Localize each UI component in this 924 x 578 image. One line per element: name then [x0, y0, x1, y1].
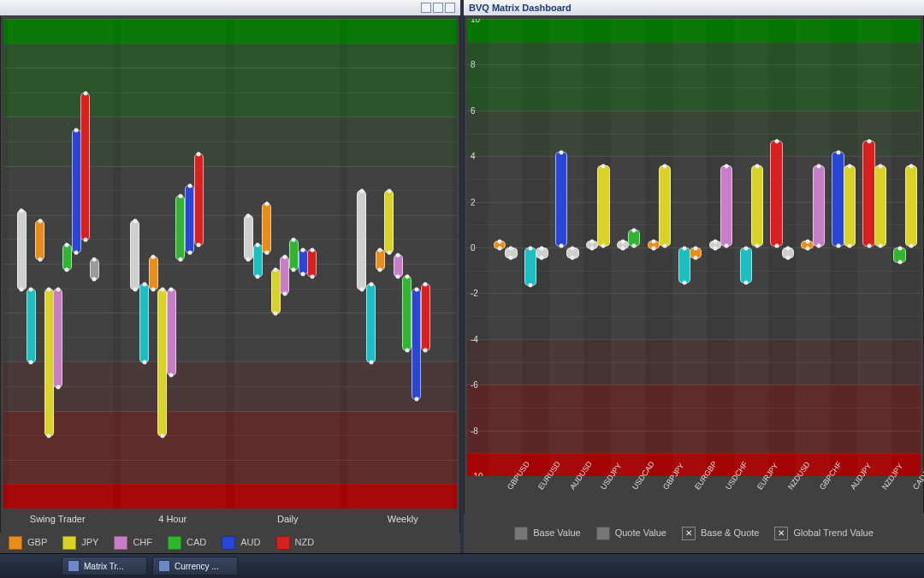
- bar: [366, 283, 376, 364]
- right-legend: Base ValueQuote Value✕Base & Quote✕Globa…: [464, 514, 924, 553]
- taskbar-button[interactable]: Currency ...: [152, 557, 238, 575]
- bar: [628, 229, 641, 247]
- window-buttons: [421, 3, 455, 13]
- bar: [299, 249, 308, 276]
- right-x-axis: GBPUSDEURUSDAUDUSDUSDJPYUSDCADGBPJPYEURG…: [464, 480, 924, 514]
- legend-item[interactable]: GBP: [9, 536, 47, 550]
- bar: [832, 152, 844, 247]
- left-legend: GBPJPYCHFCADAUDNZD: [0, 533, 460, 553]
- bar: [659, 165, 672, 247]
- chart-icon: [68, 560, 80, 572]
- left-titlebar[interactable]: [0, 0, 460, 15]
- bar: [271, 269, 281, 314]
- bar: [893, 247, 906, 263]
- bar: [262, 203, 271, 253]
- panels-row: Swing Trader4 HourDailyWeekly GBPJPYCHFC…: [0, 0, 924, 553]
- bar: [801, 241, 814, 249]
- bar: [874, 165, 887, 247]
- bar: [157, 289, 167, 438]
- legend-item[interactable]: NZD: [276, 536, 315, 550]
- left-panel: Swing Trader4 HourDailyWeekly GBPJPYCHFC…: [0, 0, 460, 553]
- bar: [139, 283, 149, 364]
- bar: [597, 165, 610, 247]
- bar: [412, 289, 421, 401]
- bar: [175, 195, 185, 260]
- bar: [53, 289, 62, 388]
- taskbar-button[interactable]: Matrix Tr...: [62, 557, 147, 575]
- bar: [566, 247, 579, 259]
- bar: [27, 289, 36, 364]
- bar: [167, 289, 176, 376]
- checkbox-icon[interactable]: ✕: [682, 527, 696, 540]
- checkbox-icon[interactable]: ✕: [774, 527, 788, 540]
- bar: [690, 247, 702, 259]
- legend-item[interactable]: ✕Global Trend Value: [774, 527, 873, 540]
- bar: [494, 241, 506, 249]
- right-chart: 1086420-2-4-6-8-10: [467, 19, 921, 476]
- bar: [505, 247, 518, 259]
- bar: [740, 247, 753, 283]
- x-label: Swing Trader: [30, 514, 86, 524]
- maximize-icon[interactable]: [433, 3, 443, 13]
- bar: [402, 276, 412, 351]
- bar: [905, 165, 918, 247]
- bar: [149, 256, 158, 289]
- bar: [307, 249, 317, 277]
- x-label: 4 Hour: [158, 514, 187, 524]
- bar: [17, 210, 27, 290]
- bar: [376, 249, 385, 271]
- right-title: BVQ Matrix Dashboard: [469, 3, 572, 13]
- minimize-icon[interactable]: [421, 3, 431, 13]
- bar: [90, 259, 99, 280]
- bar: [289, 239, 299, 270]
- left-x-axis: Swing Trader4 HourDailyWeekly GBPJPYCHFC…: [0, 512, 460, 553]
- bar: [862, 140, 875, 247]
- taskbar: Matrix Tr...Currency ...: [0, 553, 924, 578]
- bar: [357, 190, 366, 289]
- legend-item[interactable]: ✕Base & Quote: [682, 527, 760, 540]
- right-titlebar[interactable]: BVQ Matrix Dashboard: [464, 0, 924, 15]
- right-panel: BVQ Matrix Dashboard 1086420-2-4-6-8-10 …: [464, 0, 924, 553]
- legend-item[interactable]: Quote Value: [596, 527, 666, 540]
- x-label: Weekly: [388, 514, 418, 524]
- bar: [782, 247, 795, 259]
- screen: Swing Trader4 HourDailyWeekly GBPJPYCHFC…: [0, 0, 924, 578]
- bar: [720, 165, 733, 247]
- close-icon[interactable]: [445, 3, 455, 13]
- x-label: Daily: [277, 514, 298, 524]
- legend-item[interactable]: Base Value: [514, 527, 580, 540]
- bar: [844, 165, 856, 247]
- left-chart: [3, 19, 457, 509]
- bar: [35, 220, 44, 261]
- legend-item[interactable]: CHF: [114, 536, 152, 550]
- bar: [194, 153, 204, 246]
- bar: [80, 92, 90, 241]
- legend-item[interactable]: JPY: [62, 536, 98, 550]
- legend-item[interactable]: CAD: [168, 536, 206, 550]
- bar: [678, 247, 691, 283]
- bar: [813, 165, 826, 247]
- bar: [253, 244, 263, 277]
- bar: [72, 129, 81, 253]
- chart-icon: [158, 560, 170, 572]
- legend-item[interactable]: AUD: [222, 536, 260, 550]
- bar: [421, 283, 430, 351]
- bar: [244, 215, 253, 260]
- bar: [536, 247, 548, 259]
- bar: [130, 220, 139, 290]
- bar: [555, 152, 568, 247]
- bar: [280, 256, 289, 295]
- bar: [44, 289, 54, 438]
- bar: [751, 165, 764, 247]
- bar: [62, 244, 72, 271]
- bar: [709, 241, 722, 249]
- bar: [185, 185, 194, 253]
- bar: [384, 190, 394, 253]
- bar: [770, 140, 783, 247]
- bar: [394, 254, 403, 278]
